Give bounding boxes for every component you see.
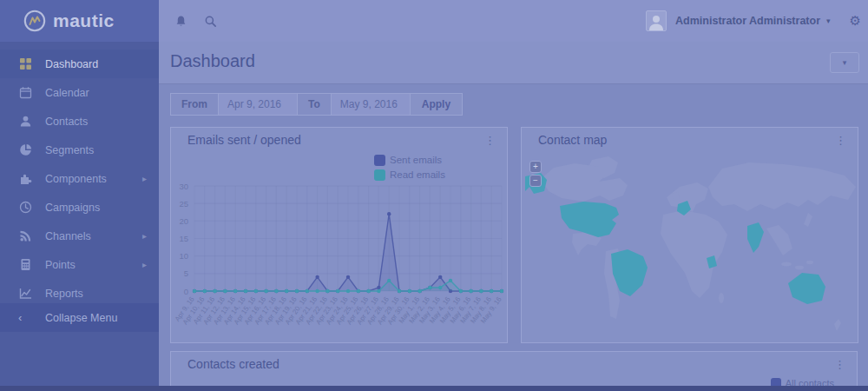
brand-name: mautic <box>53 10 115 31</box>
calendar-icon <box>18 86 32 100</box>
svg-text:15: 15 <box>179 234 188 243</box>
map-zoom-in-button[interactable]: + <box>529 161 542 173</box>
notifications-bell-icon[interactable] <box>173 13 188 29</box>
sidebar-item-label: Calendar <box>45 87 89 99</box>
panel-menu-icon[interactable]: ⋮ <box>834 358 845 371</box>
page-title: Dashboard <box>170 51 255 71</box>
sidebar-item-label: Campaigns <box>45 202 100 214</box>
map-country-usa <box>560 202 619 237</box>
collapse-menu-label: Collapse Menu <box>45 312 117 324</box>
user-menu: Administrator Administrator ▾ ⚙ <box>646 10 868 31</box>
page-header: Dashboard ▾ <box>159 42 868 84</box>
chevron-down-icon: ▾ <box>843 58 847 67</box>
mautic-logo-icon <box>23 10 46 32</box>
sidebar-item-points[interactable]: Points ▸ <box>0 250 159 279</box>
sidebar: mautic Dashboard Calendar Contacts <box>0 0 159 391</box>
map-land <box>541 156 856 331</box>
sidebar-item-label: Dashboard <box>45 58 98 70</box>
sidebar-item-label: Components <box>45 173 107 185</box>
topbar: Administrator Administrator ▾ ⚙ <box>159 0 868 42</box>
sidebar-item-dashboard[interactable]: Dashboard <box>0 50 159 78</box>
chevron-left-icon: ‹ <box>18 311 32 324</box>
panel-title: Contacts created <box>187 357 279 371</box>
emails-line-chart[interactable]: 051015202530Apr 9, 16Apr 10, 16Apr 11, 1… <box>171 162 507 341</box>
sidebar-item-calendar[interactable]: Calendar <box>0 78 159 107</box>
clock-icon <box>18 201 32 215</box>
svg-text:30: 30 <box>179 182 188 191</box>
panel-title: Contact map <box>538 133 607 147</box>
svg-text:5: 5 <box>184 268 188 278</box>
puzzle-icon <box>18 172 32 186</box>
user-name[interactable]: Administrator Administrator <box>675 15 820 27</box>
map-island <box>806 261 813 264</box>
sidebar-item-contacts[interactable]: Contacts <box>0 107 159 136</box>
sidebar-item-campaigns[interactable]: Campaigns <box>0 193 159 222</box>
pie-icon <box>18 143 32 157</box>
map-country-japan <box>804 213 812 227</box>
rss-icon <box>18 229 32 243</box>
from-label: From <box>170 93 219 116</box>
sidebar-item-segments[interactable]: Segments <box>0 136 159 164</box>
brand-logo[interactable]: mautic <box>0 0 159 42</box>
person-icon <box>18 115 32 129</box>
panel-menu-icon[interactable]: ⋮ <box>835 134 846 147</box>
world-map[interactable] <box>523 152 858 342</box>
chevron-down-icon[interactable]: ▾ <box>826 17 831 25</box>
map-country-madagascar <box>719 293 724 303</box>
avatar[interactable] <box>646 10 667 31</box>
bottom-edge-bar <box>0 386 868 391</box>
contact-map-panel: Contact map ⋮ + − <box>521 127 858 343</box>
svg-text:20: 20 <box>179 216 188 226</box>
to-label: To <box>297 93 332 116</box>
map-country-new-zealand <box>834 319 841 331</box>
svg-text:0: 0 <box>184 287 188 296</box>
panel-title: Emails sent / opened <box>187 133 301 147</box>
sidebar-item-label: Segments <box>45 144 94 156</box>
apply-button[interactable]: Apply <box>410 93 463 116</box>
date-to-input[interactable]: May 9, 2016 <box>331 93 411 116</box>
map-country-se-asia <box>766 225 792 255</box>
sidebar-item-components[interactable]: Components ▸ <box>0 164 159 193</box>
sidebar-item-label: Channels <box>45 230 91 242</box>
date-from-input[interactable]: Apr 9, 2016 <box>218 93 298 116</box>
chevron-right-icon: ▸ <box>142 174 147 183</box>
mautic-dashboard: mautic Dashboard Calendar Contacts <box>0 0 868 391</box>
svg-text:25: 25 <box>179 199 188 209</box>
calculator-icon <box>18 258 32 272</box>
emails-sent-opened-panel: Emails sent / opened ⋮ Sent emails Read … <box>170 127 508 343</box>
chevron-right-icon: ▸ <box>142 231 147 241</box>
map-island <box>795 266 804 270</box>
sidebar-nav: Dashboard Calendar Contacts Segments <box>0 42 159 308</box>
chart-icon <box>18 287 32 301</box>
panel-menu-icon[interactable]: ⋮ <box>484 134 496 147</box>
map-country-india <box>747 222 764 253</box>
date-filter-toolbar: From Apr 9, 2016 To May 9, 2016 Apply <box>170 93 463 116</box>
sidebar-item-label: Contacts <box>45 116 88 128</box>
collapse-menu-button[interactable]: ‹ Collapse Menu <box>0 303 159 332</box>
grid-icon <box>18 57 32 71</box>
gear-icon[interactable]: ⚙ <box>850 13 861 29</box>
map-country-russia-asia <box>708 162 856 211</box>
map-country-australia <box>788 273 825 304</box>
map-zoom-out-button[interactable]: − <box>529 175 542 187</box>
dashboard-options-dropdown[interactable]: ▾ <box>830 52 859 73</box>
map-zoom-controls: + − <box>529 161 542 187</box>
sidebar-item-label: Reports <box>45 288 83 300</box>
search-icon[interactable] <box>202 13 218 29</box>
sidebar-item-channels[interactable]: Channels ▸ <box>0 222 159 250</box>
map-country-africa <box>661 210 727 298</box>
chevron-right-icon: ▸ <box>142 260 147 269</box>
svg-text:10: 10 <box>179 251 188 261</box>
map-island <box>781 262 792 266</box>
sidebar-item-label: Points <box>45 259 76 271</box>
